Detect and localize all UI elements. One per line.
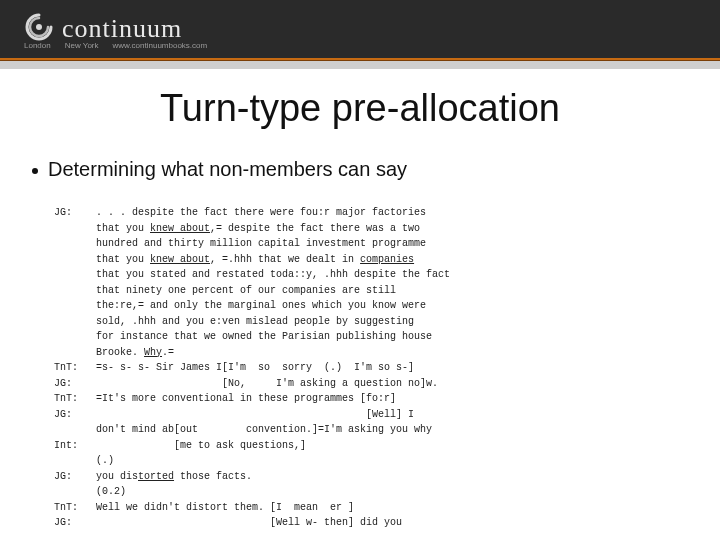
tx-line: Brooke. [54,347,144,358]
slide-body: Turn-type pre-allocation Determining wha… [0,69,720,531]
tx-line: JG: you dis [54,471,138,482]
gray-band [0,61,720,69]
tx-line: TnT: =s- s- s- Sir James I[I'm so sorry … [54,362,414,373]
brand-header: continuum London New York www.continuumb… [0,0,720,58]
tx-line: those facts. [174,471,252,482]
tx-line: (0.2) [54,486,126,497]
tx-line: TnT: Well we didn't distort them. [I mea… [54,502,354,513]
tx-line: hundred and thirty million capital inves… [54,238,426,249]
tx-line: JG: [No, I'm asking a question no]w. [54,378,438,389]
tx-line: JG: [Well] I [54,409,414,420]
tx-underline: Why [144,347,162,358]
tx-line: ,= despite the fact there was a two [210,223,420,234]
bullet-1: Determining what non-members can say [32,158,692,181]
tx-line: don't mind ab[out convention.]=I'm askin… [54,424,432,435]
bullet-dot-icon [32,168,38,174]
tx-line: sold, .hhh and you e:ven mislead people … [54,316,414,327]
tx-line: for instance that we owned the Parisian … [54,331,432,342]
tx-line: (.) [54,455,114,466]
header-url: www.continuumbooks.com [113,41,208,50]
tx-line: JG: . . . despite the fact there were fo… [54,207,426,218]
bullet-1-text: Determining what non-members can say [48,158,407,181]
header-subline: London New York www.continuumbooks.com [0,38,720,52]
header-city-1: London [24,41,51,50]
tx-line: that you [54,223,150,234]
tx-line: .= [162,347,174,358]
tx-underline: knew about [150,254,210,265]
svg-point-0 [36,24,42,30]
transcript-block: JG: . . . despite the fact there were fo… [54,205,666,531]
tx-line: TnT: =It's more conventional in these pr… [54,393,396,404]
tx-line: Int: [me to ask questions,] [54,440,306,451]
tx-line: , =.hhh that we dealt in [210,254,360,265]
header-city-2: New York [65,41,99,50]
tx-underline: knew about [150,223,210,234]
tx-underline: torted [138,471,174,482]
tx-line: that you [54,254,150,265]
tx-line: that ninety one percent of our companies… [54,285,396,296]
tx-line: that you stated and restated toda::y, .h… [54,269,450,280]
tx-underline: companies [360,254,414,265]
tx-line: JG: [Well w- then] did you [54,517,402,528]
slide-title: Turn-type pre-allocation [28,87,692,130]
tx-line: the:re,= and only the marginal ones whic… [54,300,426,311]
